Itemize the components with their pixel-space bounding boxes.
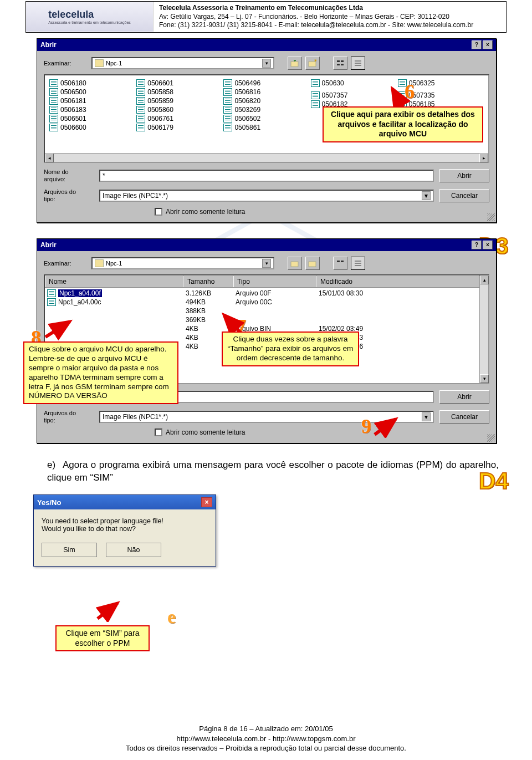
resize-grip[interactable] <box>487 213 495 221</box>
help-button[interactable]: ? <box>472 40 482 49</box>
file-item[interactable]: 0506820 <box>223 96 309 105</box>
svg-rect-7 <box>337 64 340 65</box>
v-scrollbar[interactable]: ▴ ▾ <box>479 276 488 383</box>
file-item[interactable]: 0506502 <box>223 114 309 123</box>
filetype-combo[interactable]: Image Files (NPC1*.*)▾ <box>99 411 434 423</box>
cancel-button[interactable]: Cancelar <box>439 189 489 202</box>
file-name: 050630 <box>322 79 344 87</box>
file-item[interactable]: 0505861 <box>223 123 309 132</box>
yes-button[interactable]: Sim <box>42 543 97 557</box>
chevron-down-icon[interactable]: ▾ <box>422 412 431 421</box>
footer-line1: Página 8 de 16 – Atualizado em: 20/01/05 <box>0 724 532 734</box>
examine-label: Examinar: <box>44 60 88 67</box>
svg-line-23 <box>98 603 117 619</box>
file-item[interactable]: 0505858 <box>136 88 222 96</box>
file-item[interactable]: 0506761 <box>136 114 222 123</box>
new-folder-button[interactable]: ✶ <box>305 57 320 70</box>
file-name: 0505858 <box>147 88 173 96</box>
col-name[interactable]: Nome <box>45 276 183 287</box>
col-modified[interactable]: Modificado <box>316 276 488 287</box>
file-item[interactable]: 0506600 <box>49 123 135 132</box>
folder-combo[interactable]: Npc-1 ▾ <box>91 57 274 69</box>
list-view-button[interactable] <box>333 257 347 270</box>
chevron-down-icon[interactable]: ▾ <box>262 59 271 68</box>
readonly-checkbox[interactable] <box>155 429 162 436</box>
cancel-button[interactable]: Cancelar <box>439 410 489 424</box>
file-icon <box>47 289 56 297</box>
h-scrollbar[interactable]: ◂ ▸ <box>45 153 488 162</box>
col-size[interactable]: Tamanho <box>183 276 233 287</box>
scroll-right[interactable]: ▸ <box>479 154 488 162</box>
close-button[interactable]: × <box>483 40 493 49</box>
yesno-body: You need to select proper language file!… <box>34 509 216 543</box>
file-item[interactable]: 0506601 <box>136 79 222 88</box>
table-row[interactable]: 369KB <box>47 315 486 324</box>
file-name: 0506502 <box>234 115 260 123</box>
open-button[interactable]: Abrir <box>439 390 489 404</box>
file-item[interactable]: 0505859 <box>136 96 222 105</box>
folder-combo[interactable]: Npc-1 ▾ <box>91 257 274 269</box>
open-button[interactable]: Abrir <box>439 169 489 182</box>
file-item[interactable]: 0506180 <box>49 79 135 88</box>
resize-grip[interactable] <box>487 434 495 442</box>
col-type[interactable]: Tipo <box>233 276 316 287</box>
close-button[interactable]: × <box>483 241 493 249</box>
file-item[interactable]: 0506181 <box>49 96 135 105</box>
file-item[interactable]: 0506179 <box>136 123 222 132</box>
table-row[interactable]: 388KB <box>47 307 486 315</box>
column-headers[interactable]: Nome Tamanho Tipo Modificado <box>45 276 488 288</box>
file-name: 0507357 <box>322 91 348 99</box>
scroll-up[interactable]: ▴ <box>480 276 489 284</box>
examine-label: Examinar: <box>44 260 88 267</box>
readonly-checkbox[interactable] <box>155 208 162 216</box>
file-item[interactable]: 0506501 <box>49 114 135 123</box>
file-icon <box>136 79 145 87</box>
file-icon <box>223 124 232 131</box>
table-row[interactable]: Npc1_a04.00f3.126KBArquivo 00F15/01/03 0… <box>47 289 486 298</box>
details-view-button[interactable] <box>351 257 365 270</box>
file-name: 0503269 <box>234 106 260 114</box>
folder-icon <box>95 59 104 67</box>
filename-input[interactable]: * <box>99 170 434 182</box>
up-folder-button[interactable] <box>288 257 302 270</box>
company-contact: Fone: (31) 3221-9031/ (31) 3215-8041 - E… <box>159 21 473 30</box>
file-item[interactable]: 050630 <box>311 79 397 88</box>
logo: telecelula Assessoria e treinamento em t… <box>26 2 154 32</box>
file-item[interactable]: 0507357 <box>311 91 397 100</box>
readonly-label: Abrir como somente leitura <box>166 429 245 436</box>
yesno-line2: Would you like to do that now? <box>42 525 208 533</box>
footer-line3: Todos os direitos reservados – Proibida … <box>0 743 532 753</box>
yesno-dialog: Yes/No × You need to select proper langu… <box>33 494 216 567</box>
up-folder-button[interactable] <box>288 57 302 70</box>
help-button[interactable]: ? <box>472 241 482 249</box>
filetype-combo[interactable]: Image Files (NPC1*.*)▾ <box>99 190 434 202</box>
yesno-title: Yes/No <box>37 498 61 507</box>
file-icon <box>223 115 232 123</box>
close-button[interactable]: × <box>201 497 212 507</box>
file-item[interactable]: 0506816 <box>223 88 309 96</box>
list-view-button[interactable] <box>333 57 347 70</box>
file-item[interactable]: 0506183 <box>49 105 135 114</box>
folder-icon <box>95 259 104 267</box>
table-row[interactable]: Npc1_a04.00c494KBArquivo 00C <box>47 298 486 307</box>
file-icon <box>311 91 320 99</box>
no-button[interactable]: Não <box>106 543 161 557</box>
svg-rect-6 <box>341 60 344 62</box>
new-folder-button[interactable] <box>305 257 320 270</box>
scroll-left[interactable]: ◂ <box>45 154 54 162</box>
chevron-down-icon[interactable]: ▾ <box>422 191 431 200</box>
file-item[interactable]: 0505860 <box>136 105 222 114</box>
file-item[interactable]: 0506500 <box>49 88 135 96</box>
badge-d4: D4 <box>479 468 509 494</box>
logo-subtext: Assessoria e treinamento em telecomunica… <box>48 21 131 24</box>
file-item[interactable]: 0506496 <box>223 79 309 88</box>
chevron-down-icon[interactable]: ▾ <box>262 259 271 268</box>
readonly-label: Abrir como somente leitura <box>166 208 245 216</box>
details-view-button[interactable] <box>351 57 365 70</box>
file-icon <box>136 88 145 96</box>
file-name: 0506496 <box>234 79 260 87</box>
file-icon <box>47 298 56 306</box>
file-item[interactable]: 0503269 <box>223 105 309 114</box>
scroll-down[interactable]: ▾ <box>480 374 489 383</box>
file-name: 0505860 <box>147 106 173 114</box>
